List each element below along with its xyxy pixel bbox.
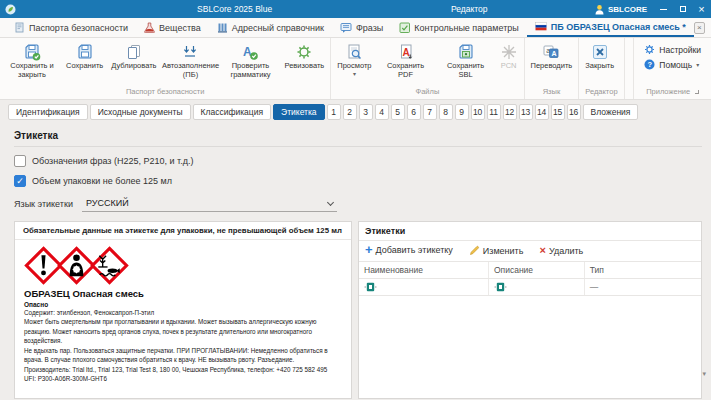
account-label: SBLCORE: [608, 5, 647, 14]
labels-toolbar: Добавить этикетку Изменить Удалить: [359, 241, 701, 261]
volume-checkbox-row: Объем упаковки не более 125 мл: [14, 175, 702, 187]
module-tab-address-book[interactable]: Адресный справочник: [209, 18, 332, 37]
module-tab-substances[interactable]: Вещества: [136, 18, 209, 37]
table-row[interactable]: —: [359, 279, 701, 296]
tab-identification[interactable]: Идентификация: [8, 104, 88, 120]
save-button[interactable]: Сохранить: [62, 40, 107, 86]
russian-flag-icon: [535, 22, 547, 31]
tab-section-3[interactable]: 3: [359, 104, 373, 120]
account-button[interactable]: SBLCORE: [587, 0, 654, 18]
module-tab-safety-data-sheets[interactable]: Паспорта безопасности: [6, 18, 136, 37]
svg-text:?: ?: [648, 60, 653, 69]
add-label-button[interactable]: Добавить этикетку: [365, 245, 453, 255]
precautionary-statements: Не вдыхать пар. Пользоваться защитные пе…: [24, 346, 342, 365]
ghs-pictograms: [24, 246, 342, 285]
tab-classification[interactable]: Классификация: [193, 104, 271, 120]
pcn-button[interactable]: PCN: [496, 40, 522, 86]
tab-section-5[interactable]: 5: [391, 104, 405, 120]
grammar-check-button[interactable]: A Проверить грамматику: [220, 40, 280, 86]
settings-button[interactable]: Настройки: [644, 44, 701, 55]
signal-word: Опасно: [24, 301, 342, 308]
ribbon-group-language: aA Переводить Язык: [525, 38, 580, 99]
tab-section-7[interactable]: 7: [423, 104, 437, 120]
save-pdf-button[interactable]: A Сохранить PDF: [376, 40, 436, 86]
phrase-codes-checkbox-row: Обозначения фраз (H225, P210, и т.д.): [14, 155, 702, 167]
volume-checkbox[interactable]: [14, 175, 26, 187]
address-book-icon: [217, 22, 228, 33]
tab-section-2[interactable]: 2: [343, 104, 357, 120]
save-and-close-button[interactable]: Сохранить и закрыть: [2, 40, 62, 86]
labels-panel: Этикетки Добавить этикетку Изменить Удал…: [358, 221, 702, 399]
save-sbl-button[interactable]: Сохранить SBL: [436, 40, 496, 86]
volume-checkbox-label: Объем упаковки не более 125 мл: [32, 176, 172, 186]
close-window-button[interactable]: [692, 0, 711, 18]
save-sbl-icon: [457, 42, 475, 62]
tab-section-1[interactable]: 1: [327, 104, 341, 120]
preview-button[interactable]: Просмотр ▾: [333, 40, 375, 86]
close-editor-button[interactable]: Закрыть: [581, 40, 618, 86]
ghs09-environment-icon: [90, 246, 129, 285]
restore-button[interactable]: [673, 0, 692, 18]
help-button[interactable]: ? Помощь ▾: [644, 59, 701, 70]
dialog-launcher-icon[interactable]: [695, 90, 699, 94]
close-document-tab-button[interactable]: [694, 22, 705, 34]
safety-data-sheets-icon: [14, 22, 25, 33]
tab-label[interactable]: Этикетка: [273, 104, 325, 120]
autofill-button[interactable]: Автозаполнение (ПБ): [160, 40, 220, 86]
tab-attachments[interactable]: Вложения: [583, 104, 639, 120]
translation-badge-icon: [364, 282, 378, 292]
chevron-down-icon: [327, 198, 334, 205]
ufi-line: UFI: P300-A06R-300M-GHT6: [24, 374, 342, 383]
tab-section-4[interactable]: 4: [375, 104, 389, 120]
minimize-button[interactable]: [654, 0, 673, 18]
plus-icon: [365, 245, 373, 255]
svg-text:A: A: [402, 47, 409, 58]
row-name-cell: [359, 279, 489, 295]
pcn-icon: [500, 42, 518, 62]
ribbon-group-editor: Закрыть Редактор: [579, 38, 624, 99]
scroll-down-indicator[interactable]: ▾: [702, 370, 706, 378]
phrase-codes-checkbox[interactable]: [14, 155, 26, 167]
module-tab-sds-sample-dangerous-mixture[interactable]: ПБ ОБРАЗЕЦ Опасная смесь *: [527, 18, 694, 37]
column-name[interactable]: Наименование: [359, 262, 489, 278]
section-tabbar: Идентификация Исходные документы Классиф…: [0, 100, 711, 124]
module-tabbar: Паспорта безопасности Вещества Адресный …: [0, 18, 711, 38]
tab-section-6[interactable]: 6: [407, 104, 421, 120]
column-type[interactable]: Тип: [585, 262, 701, 278]
restore-icon: [680, 6, 686, 12]
ribbon-group-application: Настройки ? Помощь ▾ Приложение: [634, 38, 711, 99]
tab-section-9[interactable]: 9: [455, 104, 469, 120]
table-header-row: Наименование Описание Тип: [359, 261, 701, 279]
revise-button[interactable]: Ревизовать: [280, 40, 328, 86]
label-language-select[interactable]: РУССКИЙ: [82, 196, 337, 212]
tab-section-14[interactable]: 14: [535, 104, 549, 120]
phrases-icon: [340, 22, 352, 33]
tab-section-8[interactable]: 8: [439, 104, 453, 120]
translation-badge-icon: [494, 282, 508, 292]
tab-section-11[interactable]: 11: [487, 104, 501, 120]
main-content: Этикетка Обозначения фраз (H225, P210, и…: [0, 124, 711, 399]
ribbon-group-label: Язык: [527, 86, 577, 99]
save-pdf-icon: A: [397, 42, 415, 62]
tab-section-13[interactable]: 13: [519, 104, 533, 120]
column-description[interactable]: Описание: [489, 262, 585, 278]
minimize-icon: [660, 9, 667, 10]
ribbon-group-safety-data-sheet: Сохранить и закрыть Сохранить Дублироват…: [0, 38, 331, 99]
tab-section-15[interactable]: 15: [551, 104, 565, 120]
ribbon-spacer: [625, 38, 635, 99]
module-tab-control-parameters[interactable]: Контрольные параметры: [391, 18, 526, 37]
module-tab-phrases[interactable]: Фразы: [332, 18, 391, 37]
duplicate-button[interactable]: Дублировать: [107, 40, 160, 86]
tab-section-12[interactable]: 12: [503, 104, 517, 120]
ribbon: Сохранить и закрыть Сохранить Дублироват…: [0, 38, 711, 100]
chevron-down-icon: ▾: [696, 61, 699, 68]
gear-icon: [644, 44, 655, 55]
tab-section-10[interactable]: 10: [471, 104, 485, 120]
translate-button[interactable]: aA Переводить: [527, 40, 577, 86]
tab-section-16[interactable]: 16: [567, 104, 581, 120]
delete-label-button[interactable]: Удалить: [539, 246, 583, 256]
edit-label-button[interactable]: Изменить: [469, 245, 524, 256]
label-language-value: РУССКИЙ: [86, 198, 129, 208]
titlebar: SBLCore 2025 Blue Редактор SBLCORE: [0, 0, 711, 18]
tab-source-documents[interactable]: Исходные документы: [90, 104, 191, 120]
